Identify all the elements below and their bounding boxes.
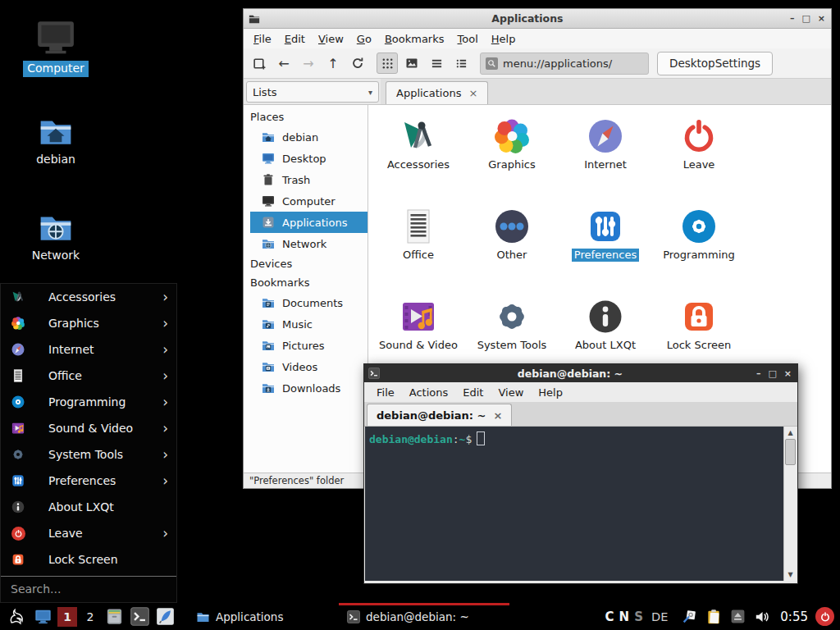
screenshot-tray-icon[interactable] — [682, 609, 697, 624]
tab-close-icon[interactable]: × — [493, 410, 502, 421]
grid-item-leave[interactable]: Leave — [652, 116, 746, 207]
back-button[interactable]: ← — [273, 52, 294, 74]
scroll-up-icon[interactable]: ▲ — [788, 427, 792, 439]
compact-view-button[interactable] — [426, 52, 447, 74]
clipboard-tray-icon[interactable] — [705, 609, 722, 625]
main-menu-button[interactable] — [7, 607, 27, 627]
menu-item-sound-video[interactable]: Sound & Video › — [1, 415, 176, 441]
menu-item-leave[interactable]: Leave › — [1, 520, 176, 546]
menu-edit[interactable]: Edit — [455, 385, 491, 400]
info-icon — [586, 297, 625, 336]
menu-view[interactable]: View — [312, 31, 350, 47]
icon-view-button[interactable] — [377, 52, 398, 74]
scroll-down-icon[interactable]: ▼ — [788, 568, 792, 581]
menu-item-programming[interactable]: Programming › — [1, 389, 176, 415]
grid-item-preferences[interactable]: Preferences — [559, 207, 652, 297]
sidebar-item-downloads[interactable]: Downloads — [250, 377, 368, 399]
menu-item-accessories[interactable]: Accessories › — [1, 284, 176, 310]
terminal-tab[interactable]: debian@debian: ~ × — [367, 404, 512, 426]
menu-file[interactable]: File — [369, 385, 402, 400]
show-desktop-button[interactable] — [34, 608, 52, 625]
menu-actions[interactable]: Actions — [402, 385, 456, 400]
clock[interactable]: 0:55 — [780, 609, 808, 624]
workspace-1-button[interactable]: 1 — [57, 607, 77, 627]
quicklaunch-terminal[interactable] — [130, 607, 149, 626]
close-button[interactable]: × — [818, 14, 825, 23]
menu-item-preferences[interactable]: Preferences › — [1, 468, 176, 494]
terminal-scrollbar[interactable]: ▲ ▼ — [783, 427, 797, 581]
quicklaunch-file-manager[interactable] — [105, 607, 124, 626]
address-bar[interactable]: menu://applications/ — [480, 52, 649, 75]
menu-go[interactable]: Go — [350, 31, 378, 47]
keyboard-layout-indicator[interactable]: DE — [651, 610, 668, 623]
sidebar-item-computer[interactable]: Computer — [250, 190, 368, 212]
terminal-screen[interactable]: debian@debian:~$ — [365, 427, 783, 581]
menu-view[interactable]: View — [491, 385, 531, 400]
fm-titlebar[interactable]: Applications – □ × — [244, 9, 831, 29]
sidebar-item-trash[interactable]: Trash — [250, 169, 368, 190]
desktop-icon-computer[interactable]: Computer — [16, 16, 95, 77]
leave-button[interactable] — [815, 607, 834, 626]
maximize-button[interactable]: □ — [801, 14, 810, 23]
menu-edit[interactable]: Edit — [278, 31, 312, 47]
menu-item-office[interactable]: Office › — [1, 363, 176, 389]
scrollbar-thumb[interactable] — [785, 439, 796, 465]
minimize-button[interactable]: – — [790, 14, 795, 23]
menu-tool[interactable]: Tool — [451, 31, 485, 47]
thumbnail-view-button[interactable] — [401, 52, 422, 74]
minimize-button[interactable]: – — [756, 369, 761, 378]
grid-item-programming[interactable]: Programming — [652, 207, 746, 297]
grid-item-internet[interactable]: Internet — [559, 116, 652, 207]
grid-item-label: System Tools — [475, 339, 550, 352]
reload-button[interactable] — [347, 52, 368, 74]
grid-item-accessories[interactable]: Accessories — [372, 116, 465, 207]
sidebar-item-desktop[interactable]: Desktop — [250, 148, 368, 169]
grid-item-graphics[interactable]: Graphics — [465, 116, 559, 207]
desktop-settings-button[interactable]: DesktopSettings — [657, 52, 773, 75]
menu-item-lock-screen[interactable]: Lock Screen — [1, 546, 176, 573]
quicklaunch-featherpad[interactable] — [156, 607, 175, 626]
keyboard-state-indicator[interactable]: C N S — [605, 609, 643, 624]
tab-close-icon[interactable]: × — [468, 88, 477, 98]
detailed-list-view-button[interactable] — [450, 52, 472, 74]
menu-help[interactable]: Help — [531, 385, 570, 400]
sidebar-item-label: Music — [282, 318, 313, 331]
grid-item-label: Preferences — [572, 249, 639, 262]
task-terminal[interactable]: debian@debian: ~ — [339, 603, 509, 630]
terminal-titlebar[interactable]: debian@debian: ~ – □ × — [364, 364, 797, 382]
sidebar-item-network[interactable]: Network — [250, 233, 368, 254]
up-button[interactable]: ↑ — [322, 52, 344, 74]
grid-item-office[interactable]: Office — [372, 207, 465, 297]
sidebar-item-music[interactable]: Music — [250, 313, 368, 335]
task-applications[interactable]: Applications — [188, 603, 327, 630]
forward-button[interactable]: → — [298, 52, 319, 74]
workspace-2-button[interactable]: 2 — [80, 607, 100, 627]
sidebar-item-debian[interactable]: debian — [250, 126, 368, 148]
sidebar-item-documents[interactable]: Documents — [250, 292, 368, 313]
menu-file[interactable]: File — [247, 31, 278, 47]
new-tab-button[interactable] — [249, 52, 270, 74]
sidebar-item-applications[interactable]: Applications — [250, 212, 368, 233]
menu-search-input[interactable]: Search... — [1, 576, 176, 601]
grid-item-other[interactable]: Other — [465, 207, 559, 297]
maximize-button[interactable]: □ — [768, 369, 776, 378]
sidebar-item-videos[interactable]: Videos — [250, 356, 368, 377]
tab-applications[interactable]: Applications × — [386, 81, 488, 104]
sidebar-item-pictures[interactable]: Pictures — [250, 335, 368, 356]
desktop-icon-network[interactable]: Network — [16, 210, 95, 264]
menu-bookmarks[interactable]: Bookmarks — [378, 31, 451, 47]
menu-item-system-tools[interactable]: System Tools › — [1, 441, 176, 468]
menu-item-graphics[interactable]: Graphics › — [1, 310, 176, 336]
menu-item-internet[interactable]: Internet › — [1, 336, 176, 363]
volume-tray-icon[interactable] — [754, 609, 770, 625]
side-pane-mode-combo[interactable]: Lists ▾ — [246, 81, 379, 103]
menu-help[interactable]: Help — [485, 31, 523, 47]
close-button[interactable]: × — [784, 369, 792, 378]
desktop-icon-debian[interactable]: debian — [16, 114, 95, 168]
removable-media-tray-icon[interactable] — [730, 609, 746, 624]
menu-item-label: Internet — [48, 343, 162, 356]
feather-icon — [156, 607, 175, 626]
menu-item-about-lxqt[interactable]: About LXQt — [1, 494, 176, 520]
menu-item-label: Lock Screen — [48, 553, 168, 566]
prompt-colon: : — [453, 433, 459, 445]
